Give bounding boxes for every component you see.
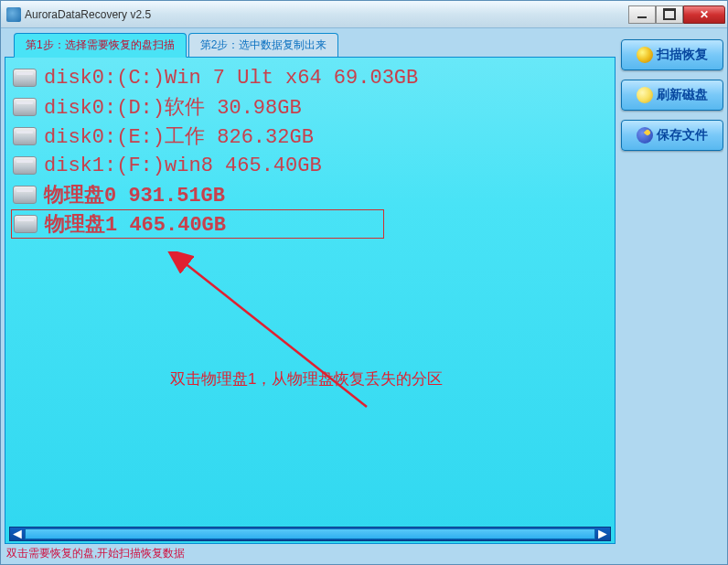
button-label: 保存文件 — [657, 127, 708, 144]
tab-step2[interactable]: 第2步：选中数据复制出来 — [188, 33, 339, 58]
refresh-icon — [637, 87, 653, 103]
disk-label: disk0:(D:)软件 30.98GB — [44, 93, 302, 121]
disk-label: 物理盘0 931.51GB — [44, 181, 225, 208]
maximize-button[interactable] — [656, 5, 683, 24]
disk-icon — [13, 127, 37, 145]
scroll-track[interactable] — [25, 528, 595, 539]
disk-icon — [13, 186, 37, 204]
status-bar: 双击需要恢复的盘,开始扫描恢复数据 — [5, 544, 723, 560]
close-button[interactable] — [683, 5, 725, 24]
tab-step1[interactable]: 第1步：选择需要恢复的盘扫描 — [14, 33, 187, 58]
button-label: 扫描恢复 — [657, 47, 708, 63]
magnifier-icon — [637, 47, 653, 63]
minimize-button[interactable] — [628, 5, 656, 24]
scroll-left-icon[interactable]: ◄ — [10, 528, 25, 540]
step-tabs: 第1步：选择需要恢复的盘扫描 第2步：选中数据复制出来 — [14, 32, 616, 57]
app-window: AuroraDataRecovery v2.5 第1步：选择需要恢复的盘扫描 第… — [0, 0, 728, 565]
refresh-disks-button[interactable]: 刷新磁盘 — [621, 80, 723, 111]
disk-icon — [13, 69, 37, 87]
disk-label: disk0:(E:)工作 826.32GB — [44, 123, 314, 150]
disk-label: disk0:(C:)Win 7 Ult x64 69.03GB — [44, 67, 418, 90]
save-file-button[interactable]: 保存文件 — [621, 120, 723, 151]
disk-label: 物理盘1 465.40GB — [45, 210, 226, 238]
action-pane: 扫描恢复 刷新磁盘 保存文件 — [621, 32, 723, 544]
disk-row-selected[interactable]: 物理盘1 465.40GB — [11, 209, 384, 239]
button-label: 刷新磁盘 — [657, 87, 708, 103]
disk-list-panel: disk0:(C:)Win 7 Ult x64 69.03GB disk0:(D… — [5, 57, 616, 544]
disk-icon — [13, 156, 37, 175]
disk-icon — [13, 98, 37, 116]
disk-row[interactable]: disk0:(C:)Win 7 Ult x64 69.03GB — [11, 63, 609, 92]
disk-row[interactable]: disk0:(D:)软件 30.98GB — [11, 92, 609, 122]
left-pane: 第1步：选择需要恢复的盘扫描 第2步：选中数据复制出来 disk0:(C:)Wi… — [5, 32, 616, 544]
scroll-right-icon[interactable]: ► — [595, 528, 610, 540]
horizontal-scrollbar[interactable]: ◄ ► — [9, 527, 611, 541]
window-buttons — [628, 5, 725, 24]
disk-row[interactable]: disk0:(E:)工作 826.32GB — [11, 122, 609, 151]
save-icon — [637, 127, 653, 144]
annotation-text: 双击物理盘1，从物理盘恢复丢失的分区 — [170, 368, 443, 389]
disk-row[interactable]: 物理盘0 931.51GB — [11, 180, 609, 209]
disk-label: disk1:(F:)win8 465.40GB — [44, 155, 322, 177]
upper-area: 第1步：选择需要恢复的盘扫描 第2步：选中数据复制出来 disk0:(C:)Wi… — [5, 32, 723, 544]
disk-list: disk0:(C:)Win 7 Ult x64 69.03GB disk0:(D… — [11, 63, 609, 239]
annotation-arrow — [166, 251, 403, 434]
client-area: 第1步：选择需要恢复的盘扫描 第2步：选中数据复制出来 disk0:(C:)Wi… — [1, 28, 727, 564]
app-icon — [6, 7, 21, 22]
scan-recover-button[interactable]: 扫描恢复 — [621, 39, 723, 70]
disk-icon — [14, 215, 37, 233]
titlebar: AuroraDataRecovery v2.5 — [1, 1, 727, 28]
disk-row[interactable]: disk1:(F:)win8 465.40GB — [11, 151, 609, 180]
window-title: AuroraDataRecovery v2.5 — [25, 8, 628, 21]
